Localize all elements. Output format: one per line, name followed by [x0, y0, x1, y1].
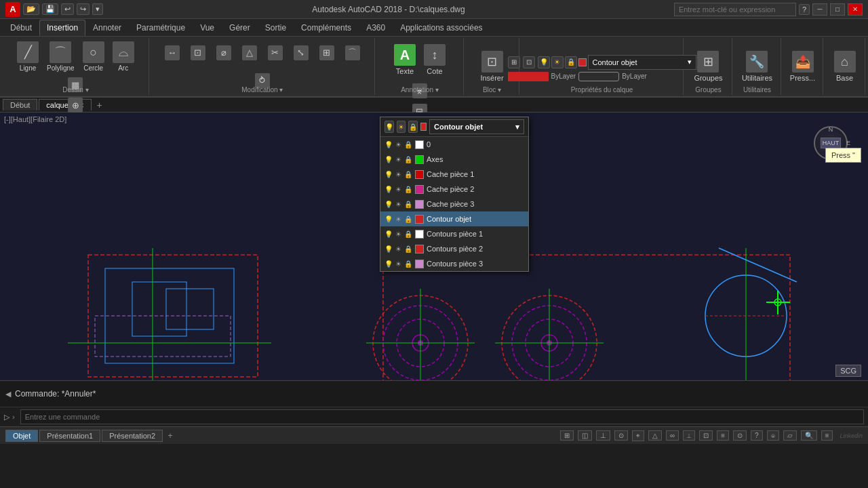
tool-mod4[interactable]: △ — [237, 43, 262, 62]
status-polar[interactable]: ⊙ — [614, 430, 628, 441]
dessin-label[interactable]: Dessin ▾ — [62, 86, 88, 94]
layer-dropdown[interactable]: Contour objet ▾ — [588, 55, 696, 70]
layout-tab-objet[interactable]: Objet — [5, 430, 38, 442]
layer-menu-item-2[interactable]: 💡 ☀ 🔒 Cache pièce 1 — [380, 167, 528, 182]
tool-mod2[interactable]: ⊡ — [186, 43, 210, 62]
tool-press[interactable]: 📤 Press... — [787, 46, 818, 87]
menu-bulb-hdr[interactable]: 💡 — [384, 121, 394, 133]
status-ducs[interactable]: ⟂ — [683, 430, 695, 441]
tab-applications[interactable]: Applications associées — [393, 20, 490, 36]
tool-arc[interactable]: ⌓ Arc — [109, 39, 138, 74]
layer-menu-item-0[interactable]: 💡 ☀ 🔒 0 — [380, 137, 528, 152]
tab-parametrique[interactable]: Paramétrique — [129, 20, 193, 36]
tab-a360[interactable]: A360 — [359, 20, 393, 36]
proprietes-label[interactable]: Propriétés du calque — [571, 86, 633, 94]
layer-lock[interactable]: 🔒 — [565, 56, 577, 68]
layer-sun[interactable]: ☀ — [551, 56, 564, 68]
tool-mod7[interactable]: ⊞ — [315, 43, 339, 62]
close-btn[interactable]: ✕ — [848, 3, 863, 16]
layout-tab-presentation2[interactable]: Présentation2 — [102, 430, 163, 442]
maximize-btn[interactable]: □ — [830, 3, 845, 16]
quick-access-redo[interactable]: ↪ — [77, 3, 90, 15]
linkedin-watermark: Linkedin — [840, 432, 863, 439]
tool-polyligne[interactable]: ⌒ Polyligne — [43, 39, 78, 74]
tool-inserer[interactable]: ⊡ Insérer — [477, 46, 507, 87]
status-sc[interactable]: ⍟ — [767, 430, 779, 441]
help-btn[interactable]: ? — [799, 4, 810, 15]
tab-gerer[interactable]: Gérer — [222, 20, 258, 36]
compass-n: N — [829, 126, 833, 133]
layer-menu: 💡 ☀ 🔒 Contour objet ▾ 💡 ☀ 🔒 0 💡 ☀ 🔒 Axes… — [380, 117, 529, 272]
layer-menu-item-1[interactable]: 💡 ☀ 🔒 Axes — [380, 152, 528, 167]
tab-vue[interactable]: Vue — [193, 20, 222, 36]
layer-bulb[interactable]: 💡 — [538, 56, 550, 68]
tab-annoter[interactable]: Annoter — [85, 20, 129, 36]
quick-access-undo[interactable]: ↩ — [61, 3, 74, 15]
tool-ligne[interactable]: ╱ Ligne — [14, 39, 42, 74]
tab-debut[interactable]: Début — [3, 20, 39, 36]
compass-haut[interactable]: HAUT — [821, 138, 841, 148]
tool-base[interactable]: ⌂ Base — [831, 46, 859, 87]
menu-sun-hdr[interactable]: ☀ — [397, 121, 406, 133]
mod1-icon: ↔ — [165, 45, 180, 60]
status-grid[interactable]: ⊞ — [560, 430, 574, 441]
status-osnap[interactable]: ⌖ — [632, 430, 644, 441]
status-notation[interactable]: ≡ — [821, 430, 833, 441]
menu-selected-layer[interactable]: Contour objet ▾ — [429, 119, 524, 134]
tool-prop-color[interactable] — [508, 72, 549, 81]
tab-insertion[interactable]: Insertion — [39, 20, 85, 36]
layer-menu-item-6[interactable]: 💡 ☀ 🔒 Contours pièce 1 — [380, 226, 528, 241]
quick-access-more[interactable]: ▾ — [92, 3, 103, 15]
status-snap[interactable]: ◫ — [578, 430, 592, 441]
layer-item-lock-8: 🔒 — [404, 260, 412, 268]
layer-props-btn[interactable]: ⊞ — [508, 56, 520, 68]
add-layout-btn[interactable]: + — [164, 430, 176, 442]
minimize-btn[interactable]: ─ — [812, 3, 827, 16]
status-dynin[interactable]: ⊡ — [699, 430, 713, 441]
status-lw[interactable]: ≡ — [717, 430, 729, 441]
cmd-input[interactable] — [20, 409, 864, 424]
groupes-label: Groupes — [695, 86, 721, 94]
layout-tab-presentation1[interactable]: Présentation1 — [39, 430, 100, 442]
tool-cote[interactable]: ↕ Cote — [420, 39, 449, 80]
tool-groupes[interactable]: ⊞ Groupes — [690, 46, 726, 87]
layer-menu-scroll[interactable]: 💡 ☀ 🔒 0 💡 ☀ 🔒 Axes 💡 ☀ 🔒 Cache pièce 1 💡… — [380, 137, 528, 271]
tool-utilitaires[interactable]: 🔧 Utilitaires — [738, 46, 776, 87]
status-qp[interactable]: ? — [751, 430, 763, 441]
status-iso[interactable]: ▱ — [783, 430, 797, 441]
tool-texte[interactable]: A Texte — [391, 39, 419, 80]
menu-lock-hdr[interactable]: 🔒 — [408, 121, 418, 133]
layer-menu-item-5[interactable]: 💡 ☀ 🔒 Contour objet — [380, 211, 528, 226]
quick-access-open[interactable]: 📂 — [23, 3, 39, 15]
quick-access-save[interactable]: 💾 — [42, 3, 58, 15]
tab-complements[interactable]: Compléments — [294, 20, 359, 36]
status-tp[interactable]: ⊙ — [733, 430, 747, 441]
status-otrack[interactable]: ∞ — [666, 430, 679, 441]
scg-badge: SCG — [835, 365, 861, 377]
status-3dosnap[interactable]: △ — [648, 430, 662, 441]
annotation-label[interactable]: Annotation ▾ — [401, 86, 439, 94]
layer-item-bulb-4: 💡 — [384, 201, 393, 208]
tool-mod3[interactable]: ⌀ — [212, 43, 236, 62]
tab-sortie[interactable]: Sortie — [258, 20, 294, 36]
layer-menu-item-8[interactable]: 💡 ☀ 🔒 Contours pièce 3 — [380, 256, 528, 271]
tool-prop-line[interactable] — [578, 72, 619, 81]
ribbon-tabs: Début Insertion Annoter Paramétrique Vue… — [0, 19, 868, 37]
tool-mod6[interactable]: ⤡ — [289, 43, 313, 62]
status-zoom[interactable]: 🔍 — [801, 430, 817, 441]
layer-state-btn[interactable]: ⊡ — [523, 56, 535, 68]
tool-mod1[interactable]: ↔ — [160, 43, 184, 62]
bloc-label[interactable]: Bloc ▾ — [483, 86, 501, 94]
search-input[interactable] — [674, 3, 796, 16]
tool-cercle[interactable]: ○ Cercle — [79, 39, 108, 74]
layer-item-swatch-7 — [415, 245, 424, 253]
tool-mod5[interactable]: ✂ — [263, 43, 288, 62]
status-ortho[interactable]: ⊥ — [596, 430, 610, 441]
layer-menu-item-7[interactable]: 💡 ☀ 🔒 Contours pièce 2 — [380, 241, 528, 256]
layer-item-bulb-7: 💡 — [384, 245, 393, 253]
tool-mod8[interactable]: ⌒ — [340, 43, 365, 62]
modification-label[interactable]: Modification ▾ — [241, 86, 283, 94]
layer-menu-item-4[interactable]: 💡 ☀ 🔒 Cache pièce 3 — [380, 197, 528, 211]
layer-menu-item-3[interactable]: 💡 ☀ 🔒 Cache pièce 2 — [380, 182, 528, 197]
tool-extra2[interactable]: ⊕ — [64, 96, 86, 115]
